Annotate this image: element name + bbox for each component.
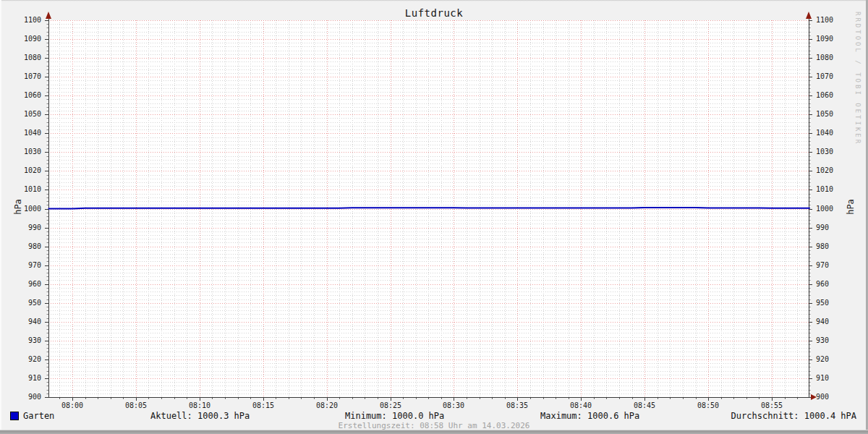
frame-edge-left xyxy=(0,0,1,434)
y-axis-tick-label-left: 1030 xyxy=(0,148,41,156)
y-axis-tick-label-right: 960 xyxy=(816,280,859,289)
x-axis-tick-label: 08:10 xyxy=(182,401,218,409)
x-axis-tick-label: 08:40 xyxy=(563,401,599,409)
y-axis-tick-label-left: 1000 xyxy=(0,205,41,213)
stat-current: Aktuell: 1000.3 hPa xyxy=(150,411,250,421)
y-axis-tick-label-left: 970 xyxy=(0,261,41,270)
y-axis-tick-label-left: 930 xyxy=(0,336,41,345)
y-axis-tick-label-right: 970 xyxy=(816,261,859,270)
y-axis-tick-label-right: 1070 xyxy=(816,72,859,81)
x-axis-tick-label: 08:35 xyxy=(499,401,535,409)
y-axis-tick-label-left: 1050 xyxy=(0,110,41,119)
y-axis-tick-label-right: 940 xyxy=(816,318,859,326)
x-axis-tick-label: 08:45 xyxy=(626,401,663,409)
y-axis-tick-label-right: 1010 xyxy=(816,185,859,194)
x-axis-tick-label: 08:30 xyxy=(435,401,472,409)
y-axis-tick-label-left: 1100 xyxy=(0,16,41,25)
y-axis-tick-label-left: 900 xyxy=(0,393,41,401)
y-axis-tick-label-right: 900 xyxy=(816,393,859,401)
y-axis-tick-label-left: 960 xyxy=(0,280,41,289)
rrdtool-graph: Luftdruck hPa hPa RRDTOOL / TOBI OETIKER… xyxy=(0,0,868,434)
y-axis-tick-label-left: 990 xyxy=(0,224,41,232)
y-axis-tick-label-right: 910 xyxy=(816,374,859,383)
x-axis-tick-label: 08:20 xyxy=(309,401,345,409)
y-axis-tick-label-left: 1010 xyxy=(0,185,41,194)
x-axis-tick-label: 08:55 xyxy=(754,401,790,409)
y-axis-tick-label-left: 1080 xyxy=(0,54,41,62)
y-axis-tick-label-right: 1040 xyxy=(816,129,859,137)
y-axis-tick-label-right: 950 xyxy=(816,299,859,307)
stat-minimum: Minimum: 1000.0 hPa xyxy=(345,411,444,421)
frame-edge-bottom xyxy=(0,430,868,434)
y-axis-tick-label-right: 1090 xyxy=(816,35,859,43)
x-axis-tick-label: 08:25 xyxy=(373,401,409,409)
y-axis-tick-label-right: 1080 xyxy=(816,54,859,62)
y-axis-tick-label-left: 980 xyxy=(0,242,41,251)
legend-label: Garten xyxy=(23,411,54,421)
y-axis-tick-label-left: 1090 xyxy=(0,35,41,43)
y-axis-tick-label-left: 1060 xyxy=(0,91,41,100)
y-axis-tick-label-right: 990 xyxy=(816,224,859,232)
y-axis-tick-label-right: 1020 xyxy=(816,166,859,175)
chart-title: Luftdruck xyxy=(0,7,868,19)
stat-average: Durchschnitt: 1000.4 hPA xyxy=(731,411,856,421)
frame-edge-top xyxy=(0,0,868,1)
y-axis-tick-label-right: 980 xyxy=(816,242,859,251)
chart-plot-area xyxy=(0,0,868,434)
y-axis-tick-label-left: 950 xyxy=(0,299,41,307)
x-axis-tick-label: 08:15 xyxy=(245,401,281,409)
y-axis-tick-label-left: 1070 xyxy=(0,72,41,81)
legend-color-swatch xyxy=(10,412,19,420)
y-axis-tick-label-left: 940 xyxy=(0,318,41,326)
stat-maximum: Maximum: 1000.6 hPa xyxy=(540,411,639,421)
y-axis-tick-label-right: 1100 xyxy=(816,16,859,25)
y-axis-tick-label-right: 1030 xyxy=(816,148,859,156)
x-axis-tick-label: 08:50 xyxy=(690,401,726,409)
y-axis-tick-label-right: 1000 xyxy=(816,205,859,213)
y-axis-tick-label-right: 930 xyxy=(816,336,859,345)
y-axis-tick-label-right: 1060 xyxy=(816,91,859,100)
y-axis-tick-label-left: 1040 xyxy=(0,129,41,137)
x-axis-tick-label: 08:05 xyxy=(118,401,154,409)
y-axis-tick-label-left: 920 xyxy=(0,355,41,364)
y-axis-tick-label-left: 910 xyxy=(0,374,41,383)
y-axis-tick-label-right: 1050 xyxy=(816,110,859,119)
y-axis-tick-label-left: 1020 xyxy=(0,166,41,175)
x-axis-tick-label: 08:00 xyxy=(54,401,90,409)
y-axis-tick-label-right: 920 xyxy=(816,355,859,364)
